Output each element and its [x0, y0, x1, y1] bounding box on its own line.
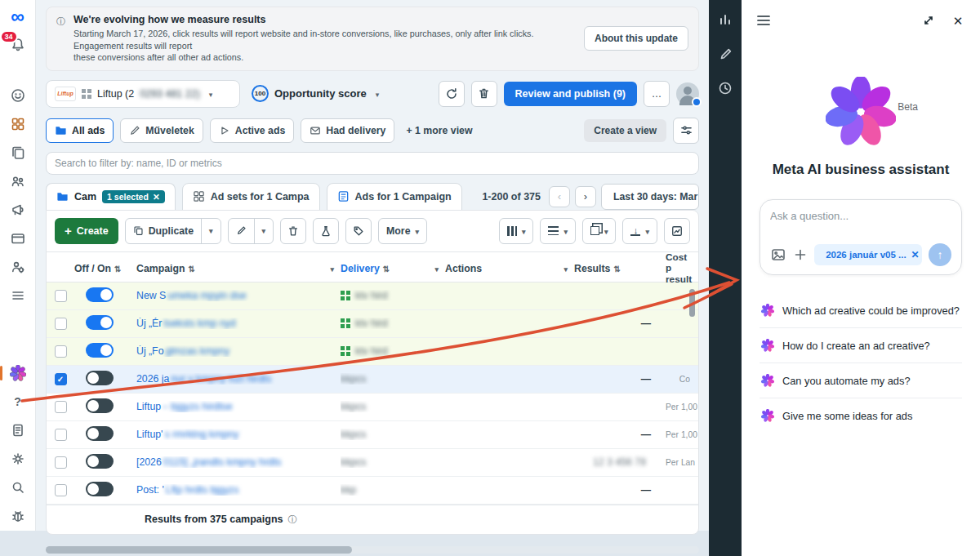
- all-tools-icon[interactable]: [8, 286, 28, 305]
- tab-campaigns[interactable]: Cam 1 selected ✕: [46, 183, 176, 211]
- view-tab-had-delivery[interactable]: Had delivery: [301, 118, 394, 143]
- vertical-scrollbar[interactable]: [689, 289, 695, 317]
- pages-icon[interactable]: [8, 143, 28, 162]
- ab-test-button[interactable]: [313, 218, 339, 244]
- more-button[interactable]: More: [379, 219, 426, 243]
- table-row[interactable]: [20260115] „jrandts kmpny hrdts kkpcs 12…: [47, 449, 698, 477]
- table-row[interactable]: 2026 janur v kmpny tszt hirdts kkpcs — C…: [47, 366, 698, 394]
- header-cost-per-result[interactable]: Cost presult: [666, 252, 698, 286]
- table-row[interactable]: Új „Foglmzas kmpny ktv hird: [47, 338, 698, 366]
- row-toggle[interactable]: [86, 398, 114, 413]
- opportunity-score[interactable]: 100 Opportunity score: [252, 85, 379, 102]
- review-and-publish-button[interactable]: Review and publish (9): [504, 82, 637, 106]
- header-campaign[interactable]: Campaign: [136, 263, 341, 274]
- table-row[interactable]: Post: 'Lftp hrdts bjgyzs kkp —: [47, 477, 698, 505]
- business-settings-icon[interactable]: [8, 257, 28, 277]
- avatar[interactable]: [676, 82, 699, 105]
- view-tab-active-ads[interactable]: Active ads: [210, 118, 295, 143]
- info-icon[interactable]: [288, 514, 297, 526]
- prev-page-button[interactable]: ‹: [549, 186, 570, 207]
- panel-menu-icon[interactable]: [755, 11, 773, 29]
- ask-question-card[interactable]: 2026 január v05 ... ✕ ↑: [760, 199, 962, 275]
- campaign-name[interactable]: Új „Ér: [136, 318, 162, 329]
- refresh-button[interactable]: [439, 81, 465, 107]
- header-off-on[interactable]: Off / On: [74, 263, 136, 274]
- campaign-name[interactable]: Post: ': [136, 484, 164, 496]
- suggestion-create-creative[interactable]: How do I create an ad creative?: [760, 328, 962, 363]
- tab-ads[interactable]: Ads for 1 Campaign: [327, 183, 462, 211]
- row-toggle[interactable]: [86, 426, 114, 441]
- table-row[interactable]: Liftup– bjgyzs hirdtse kkpcs Per 1,00: [47, 394, 698, 421]
- horizontal-scrollbar-track[interactable]: [46, 546, 699, 554]
- more-options-button[interactable]: …: [644, 81, 670, 107]
- row-checkbox[interactable]: [55, 484, 67, 496]
- bug-report-icon[interactable]: [8, 506, 28, 526]
- horizontal-scrollbar-thumb[interactable]: [46, 546, 352, 554]
- suggestion-ideas-for-ads[interactable]: Give me some ideas for ads: [760, 398, 962, 433]
- table-row[interactable]: Liftup's rmrktng kmpny kkpcs — Per 1,00: [47, 421, 698, 449]
- edit-button[interactable]: [229, 219, 254, 243]
- column-menu-icon[interactable]: [564, 263, 568, 274]
- row-toggle[interactable]: [86, 315, 114, 330]
- meta-logo-icon[interactable]: ∞: [8, 7, 28, 26]
- campaign-name[interactable]: New S: [136, 290, 166, 301]
- expand-panel-icon[interactable]: [920, 11, 938, 29]
- sort-icon[interactable]: [383, 263, 390, 274]
- tab-ad-sets[interactable]: Ad sets for 1 Campa: [182, 183, 320, 211]
- column-menu-icon[interactable]: [434, 263, 439, 274]
- search-input[interactable]: [55, 158, 690, 169]
- edit-dropdown-icon[interactable]: [254, 219, 274, 243]
- row-checkbox[interactable]: [55, 429, 67, 441]
- selected-filter-chip[interactable]: 1 selected ✕: [102, 190, 165, 203]
- tag-button[interactable]: [345, 218, 372, 244]
- help-icon[interactable]: ?: [8, 392, 28, 411]
- sort-icon[interactable]: [114, 263, 121, 274]
- suggestion-improve-creative[interactable]: Which ad creative could be improved?: [760, 293, 962, 328]
- view-settings-icon[interactable]: [673, 118, 699, 144]
- settings-gear-icon[interactable]: [8, 449, 28, 469]
- row-checkbox[interactable]: [55, 290, 67, 302]
- row-toggle[interactable]: [86, 371, 114, 385]
- duplicate-dropdown-icon[interactable]: [201, 219, 220, 243]
- view-tab-all-ads[interactable]: All ads: [46, 118, 114, 143]
- image-attach-icon[interactable]: [770, 246, 786, 264]
- row-checkbox[interactable]: [55, 373, 67, 385]
- audiences-icon[interactable]: [8, 171, 28, 191]
- view-tab-muveletek[interactable]: Műveletek: [120, 118, 203, 143]
- next-page-button[interactable]: ›: [575, 186, 596, 207]
- export-button[interactable]: ↓: [623, 219, 657, 243]
- search-rail-icon[interactable]: [8, 478, 28, 497]
- column-menu-icon[interactable]: [330, 263, 334, 274]
- reports-button[interactable]: [583, 219, 616, 243]
- create-button[interactable]: Create: [55, 218, 118, 244]
- create-a-view-button[interactable]: Create a view: [584, 119, 666, 142]
- report-issue-icon[interactable]: [8, 420, 28, 440]
- suggestion-automate-ads[interactable]: Can you automate my ads?: [760, 363, 962, 398]
- table-row[interactable]: New Sumeka mpyin dse ktv hird: [47, 282, 698, 310]
- row-toggle[interactable]: [86, 287, 114, 302]
- campaign-name[interactable]: Liftup: [136, 401, 161, 412]
- campaign-name[interactable]: Liftup': [136, 429, 163, 440]
- header-delivery[interactable]: Delivery: [341, 263, 445, 274]
- header-actions[interactable]: Actions: [445, 263, 574, 274]
- close-panel-icon[interactable]: ✕: [949, 11, 967, 29]
- row-checkbox[interactable]: [55, 401, 67, 413]
- sort-icon[interactable]: [188, 263, 194, 274]
- meta-ai-icon[interactable]: [8, 363, 28, 383]
- insights-chart-icon[interactable]: [715, 10, 735, 29]
- date-range-selector[interactable]: Last 30 days: Mar: [601, 184, 699, 210]
- edit-pencil-icon[interactable]: [715, 44, 735, 64]
- billing-icon[interactable]: [8, 229, 28, 248]
- add-attachment-icon[interactable]: [792, 246, 808, 264]
- ask-question-input[interactable]: [770, 210, 951, 222]
- header-results[interactable]: Results: [574, 263, 666, 274]
- breakdown-button[interactable]: [541, 219, 575, 243]
- campaign-name[interactable]: 2026 ja: [136, 373, 169, 385]
- send-button[interactable]: ↑: [929, 243, 951, 266]
- duplicate-button[interactable]: Duplicate: [126, 219, 201, 243]
- row-toggle[interactable]: [86, 482, 114, 496]
- row-toggle[interactable]: [86, 343, 114, 358]
- table-row[interactable]: Új „Értseksts kmp nyd ktv hird —: [47, 310, 698, 338]
- charts-button[interactable]: [664, 218, 690, 244]
- sort-icon[interactable]: [613, 263, 620, 274]
